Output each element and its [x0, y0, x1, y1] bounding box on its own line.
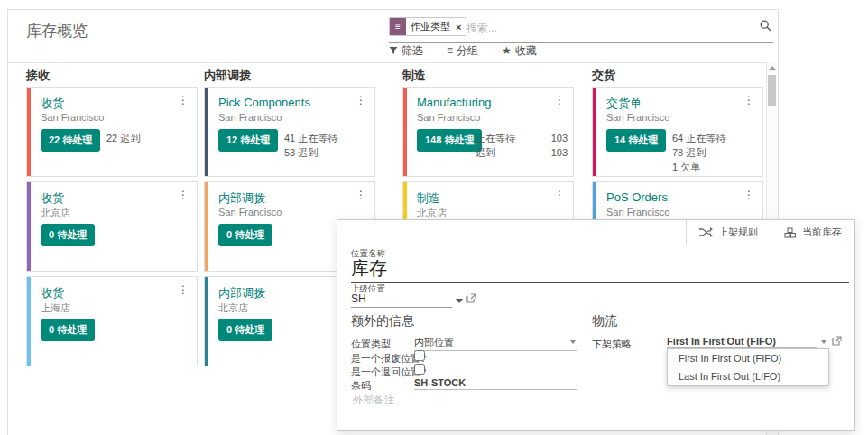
card-location: San Francisco [417, 112, 480, 123]
card-color-bar [205, 277, 208, 366]
card-stats: 正在等待 103 迟到 103 [476, 131, 568, 160]
column-title-internal: 内部调拨 [204, 68, 251, 84]
search-options: 筛选 ≡ 分组 ★ 收藏 [389, 42, 537, 59]
kebab-menu-icon[interactable]: ⋮ [356, 189, 366, 201]
card-location: San Francisco [606, 207, 669, 218]
groupby-label: 分组 [457, 43, 478, 59]
kebab-menu-icon[interactable]: ⋮ [178, 94, 189, 106]
todo-button[interactable]: 0 待处理 [41, 224, 95, 246]
dropdown-option-lifo[interactable]: Last In First Out (LIFO) [668, 367, 828, 385]
card-stats: 64 正在等待 78 迟到 1 欠单 [672, 131, 757, 174]
card-location: 上海店 [41, 301, 70, 315]
card-color-bar [205, 88, 208, 176]
card-title-link[interactable]: PoS Orders [606, 190, 668, 204]
chevron-down-icon [456, 299, 463, 303]
scrap-location-checkbox[interactable] [414, 350, 425, 361]
todo-button[interactable]: 12 待处理 [218, 129, 278, 152]
logistics-section-title: 物流 [592, 313, 617, 329]
scrollbar-up-arrow-icon[interactable] [769, 66, 776, 70]
location-type-select[interactable]: 内部位置 [414, 336, 577, 351]
favorites-label: 收藏 [515, 43, 537, 59]
putaway-rules-label: 上架规则 [718, 226, 758, 239]
kebab-menu-icon[interactable]: ⋮ [356, 94, 366, 106]
stat-line[interactable]: 53 迟到 [284, 145, 369, 160]
card-title-link[interactable]: 收货 [41, 190, 64, 207]
location-type-label: 位置类型 [351, 338, 391, 351]
external-link-icon[interactable] [466, 293, 476, 303]
todo-button[interactable]: 0 待处理 [41, 319, 95, 341]
kanban-card: 收货 上海店 ⋮ 0 待处理 [26, 276, 198, 366]
search-input[interactable]: 搜索... [466, 21, 497, 36]
card-title-link[interactable]: 交货单 [606, 96, 642, 112]
todo-button[interactable]: 0 待处理 [218, 319, 272, 341]
search-bar[interactable]: ≡ 作业类型 × 搜索... [389, 15, 773, 43]
facet-label: 作业类型 [406, 18, 455, 35]
page-title: 库存概览 [26, 21, 88, 42]
filters-button[interactable]: 筛选 [389, 42, 423, 59]
card-color-bar [27, 182, 31, 271]
stat-line[interactable]: 正在等待 103 [476, 131, 568, 145]
facet-list-icon: ≡ [390, 18, 406, 35]
stat-value: 103 [551, 145, 568, 160]
card-location: 北京店 [417, 207, 447, 220]
card-title-link[interactable]: Pick Components [218, 96, 310, 109]
kanban-card: Pick Components San Francisco ⋮ 12 待处理 4… [204, 87, 375, 177]
kanban-card: 交货单 San Francisco ⋮ 14 待处理 64 正在等待 78 迟到… [592, 87, 763, 177]
kebab-menu-icon[interactable]: ⋮ [178, 283, 189, 296]
kebab-menu-icon[interactable]: ⋮ [743, 94, 754, 106]
search-icon[interactable] [760, 20, 771, 32]
dropdown-option-fifo[interactable]: First In First Out (FIFO) [668, 349, 828, 367]
groupby-button[interactable]: ≡ 分组 [447, 42, 478, 59]
shuffle-icon [699, 227, 713, 237]
removal-strategy-label: 下架策略 [592, 338, 632, 351]
stat-line[interactable]: 1 欠单 [672, 160, 757, 174]
card-title-link[interactable]: 内部调拨 [218, 285, 265, 301]
card-location: San Francisco [606, 112, 669, 123]
card-location: San Francisco [218, 112, 282, 123]
stat-label: 迟到 [476, 145, 495, 160]
column-title-receipts: 接收 [26, 68, 50, 84]
star-icon: ★ [502, 45, 512, 56]
cubes-icon [784, 227, 797, 238]
stat-line[interactable]: 64 正在等待 [672, 131, 757, 145]
control-panel: 库存概览 ≡ 作业类型 × 搜索... 筛选 [8, 10, 778, 63]
chevron-down-icon [821, 340, 826, 344]
card-title-link[interactable]: 制造 [417, 190, 440, 207]
column-title-manufacturing: 制造 [402, 68, 426, 84]
card-title-link[interactable]: Manufacturing [417, 96, 491, 109]
stat-label: 正在等待 [476, 131, 515, 145]
card-title-link[interactable]: 收货 [41, 96, 64, 112]
todo-button[interactable]: 0 待处理 [218, 224, 272, 246]
external-notes-input[interactable] [351, 388, 840, 412]
chevron-down-icon [570, 340, 576, 344]
stat-line[interactable]: 迟到 103 [476, 145, 568, 160]
stat-line[interactable]: 22 迟到 [106, 131, 191, 145]
parent-location-field[interactable]: SH [351, 292, 452, 308]
removal-strategy-field[interactable]: First In First Out (FIFO) [667, 336, 817, 348]
location-name-field[interactable]: 库存 [351, 256, 849, 283]
kebab-menu-icon[interactable]: ⋮ [743, 189, 754, 201]
current-stock-button[interactable]: 当前库存 [771, 220, 854, 245]
location-form-panel: 上架规则 当前库存 位置名称 库存 上级位置 SH 额外的信息 位置类型 内部位… [337, 219, 855, 431]
facet-remove-icon[interactable]: × [455, 18, 466, 35]
card-title-link[interactable]: 收货 [41, 285, 64, 301]
app-window: 库存概览 ≡ 作业类型 × 搜索... 筛选 [0, 0, 868, 435]
kanban-card: 收货 北京店 ⋮ 0 待处理 [26, 181, 198, 272]
card-location: 北京店 [41, 207, 70, 220]
favorites-button[interactable]: ★ 收藏 [502, 42, 537, 59]
todo-button[interactable]: 148 待处理 [417, 129, 482, 152]
kebab-menu-icon[interactable]: ⋮ [554, 94, 565, 106]
todo-button[interactable]: 14 待处理 [606, 129, 666, 152]
scrollbar-thumb[interactable] [768, 75, 776, 106]
return-location-checkbox[interactable] [414, 364, 425, 375]
stat-line[interactable]: 78 迟到 [672, 145, 757, 160]
putaway-rules-button[interactable]: 上架规则 [686, 220, 771, 245]
todo-button[interactable]: 22 待处理 [41, 129, 100, 152]
kebab-menu-icon[interactable]: ⋮ [554, 189, 565, 201]
kebab-menu-icon[interactable]: ⋮ [178, 189, 189, 201]
stat-value: 103 [551, 131, 568, 145]
column-title-deliveries: 交货 [592, 68, 615, 84]
external-link-icon[interactable] [832, 336, 842, 346]
card-title-link[interactable]: 内部调拨 [218, 190, 265, 207]
stat-line[interactable]: 41 正在等待 [284, 131, 369, 145]
